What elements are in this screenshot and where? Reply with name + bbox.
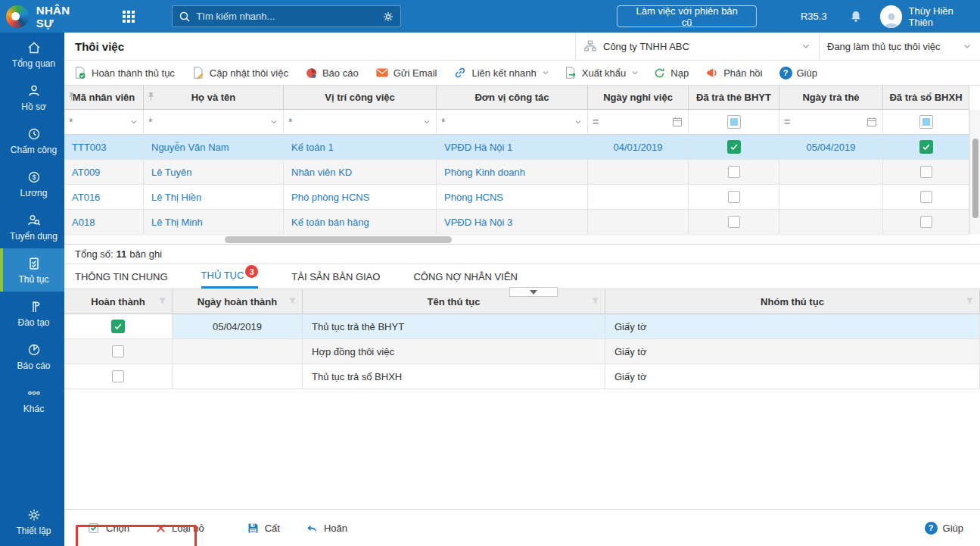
chevron-down-icon [129, 117, 138, 126]
filter-cell-bhxh[interactable] [883, 110, 969, 135]
scrollbar-thumb[interactable] [972, 139, 978, 218]
sidebar-item-luong[interactable]: $ Lương [0, 162, 64, 205]
sidebar-item-dao-tao[interactable]: Đào tạo [0, 292, 64, 335]
column-header[interactable]: Đã trả thẻ BHYT [689, 86, 779, 110]
procedure-row[interactable]: Hợp đồng thôi việc Giấy tờ [64, 339, 980, 364]
sidebar-item-tong-quan[interactable]: Tổng quan [0, 33, 64, 76]
filter-cell-bhyt[interactable] [689, 110, 779, 135]
sidebar-item-tuyen-dung[interactable]: Tuyển dụng [0, 205, 64, 248]
status-filter-dropdown[interactable]: Đang làm thủ tục thôi việc [819, 33, 980, 60]
toolbar: Hoàn thành thủ tục Cập nhật thôi việc Bá… [64, 61, 980, 86]
employee-row[interactable]: AT009 Lê Tuyên Nhân viên KD Phòng Kinh d… [64, 160, 969, 185]
export-caret-icon[interactable] [630, 68, 639, 77]
column-header[interactable]: Đơn vị công tác [437, 86, 588, 110]
remove-button[interactable]: Loại bỏ [155, 523, 204, 534]
filter-cell-code[interactable]: * [64, 110, 144, 135]
checkbox-unchecked[interactable] [920, 166, 932, 178]
column-header[interactable]: Mã nhân viên [64, 86, 144, 110]
checkbox-checked[interactable] [919, 140, 933, 154]
procedure-row[interactable]: 05/04/2019 Thủ tục trả thẻ BHYT Giấy tờ [64, 314, 980, 339]
tab-thong-tin-chung[interactable]: THÔNG TIN CHUNG [75, 264, 168, 289]
filter-funnel-icon[interactable] [157, 296, 167, 306]
sidebar-item-label: Báo cáo [17, 360, 50, 371]
indeterminate-checkbox[interactable] [919, 115, 933, 129]
filter-funnel-icon[interactable] [965, 296, 975, 306]
employee-row[interactable]: TTT003 Nguyễn Văn Nam Kế toán 1 VPĐD Hà … [64, 135, 969, 160]
filter-cell-unit[interactable]: * [437, 110, 588, 135]
checkbox-unchecked[interactable] [112, 370, 124, 382]
quick-link-button[interactable]: Liên kết nhanh [453, 66, 536, 80]
select-button[interactable]: Chọn [87, 521, 129, 535]
old-version-button[interactable]: Làm việc với phiên bản cũ [617, 5, 757, 27]
filter-cell-leave-date[interactable]: = [588, 110, 689, 135]
report-button[interactable]: Báo cáo [305, 67, 359, 80]
sidebar-item-thiet-lap[interactable]: Thiết lập [0, 500, 64, 543]
horizontal-scrollbar[interactable] [64, 234, 969, 244]
search-input[interactable] [196, 11, 382, 22]
column-header[interactable]: Nhóm thủ tục [605, 289, 980, 314]
indeterminate-checkbox[interactable] [727, 115, 741, 129]
procedure-row[interactable]: Thủ tục trả sổ BHXH Giấy tờ [64, 364, 980, 389]
sidebar-item-khac[interactable]: Khác [0, 378, 64, 421]
sidebar-item-ho-so[interactable]: Hồ sơ [0, 76, 64, 119]
dollar-icon: $ [26, 170, 42, 185]
undo-button[interactable]: Hoãn [306, 522, 347, 535]
filter-cell-return-date[interactable]: = [779, 110, 883, 135]
complete-procedure-button[interactable]: Hoàn thành thủ tục [73, 66, 175, 80]
column-header[interactable]: Hoàn thành [64, 289, 173, 314]
app-title: NHÂN SỰ [36, 4, 91, 30]
vertical-scrollbar[interactable] [969, 110, 980, 234]
tab-tai-san-ban-giao[interactable]: TÀI SẢN BÀN GIAO [291, 264, 380, 289]
filter-cell-name[interactable]: * [144, 110, 284, 135]
user-avatar[interactable] [880, 5, 903, 28]
checkbox-unchecked[interactable] [920, 216, 932, 228]
quick-search[interactable] [172, 5, 401, 27]
help-icon: ? [925, 522, 938, 535]
column-header[interactable]: Tên thủ tục [303, 289, 605, 314]
filter-funnel-icon[interactable] [590, 296, 600, 306]
notification-bell-icon[interactable] [848, 9, 863, 24]
employee-grid: Mã nhân viên Họ và tên Vị trí công việc … [64, 86, 980, 245]
column-header[interactable]: Ngày nghỉ việc [588, 86, 689, 110]
checkbox-check-icon [87, 521, 101, 535]
tab-cong-no-nhan-vien[interactable]: CÔNG NỢ NHÂN VIÊN [413, 264, 518, 289]
scrollbar-thumb[interactable] [225, 236, 452, 243]
column-header[interactable]: Vị trí công việc [284, 86, 437, 110]
filter-cell-position[interactable]: * [284, 110, 437, 135]
checkbox-checked[interactable] [111, 320, 125, 333]
sidebar-item-cham-cong[interactable]: Chấm công [0, 119, 64, 162]
export-button[interactable]: Xuất khẩu [564, 66, 627, 80]
pin-icon [147, 92, 155, 101]
save-button[interactable]: Cất [247, 522, 280, 535]
checkbox-unchecked[interactable] [920, 191, 932, 203]
update-resignation-button[interactable]: Cập nhật thôi việc [191, 66, 288, 80]
reload-button[interactable]: Nạp [653, 67, 689, 80]
feedback-button[interactable]: Phản hồi [705, 66, 762, 80]
column-header[interactable]: Họ và tên [144, 86, 284, 110]
checkbox-unchecked[interactable] [728, 216, 740, 228]
quick-link-caret-icon[interactable] [541, 68, 550, 77]
column-header[interactable]: Đã trả sổ BHXH [883, 86, 969, 110]
search-settings-icon[interactable] [382, 11, 394, 23]
send-email-button[interactable]: Gửi Email [375, 66, 437, 80]
app-launcher-button[interactable] [122, 10, 135, 23]
column-header[interactable]: Ngày trả thẻ [779, 86, 883, 110]
checkbox-checked[interactable] [727, 140, 741, 154]
user-name[interactable]: Thùy Hiền Thiên [908, 5, 980, 28]
checkbox-unchecked[interactable] [728, 191, 740, 203]
footer-help-button[interactable]: ? Giúp [925, 522, 963, 535]
help-button[interactable]: ? Giúp [779, 67, 817, 80]
employee-row[interactable]: AT016 Lê Thị Hiền Phó phòng HCNS Phòng H… [64, 185, 969, 210]
sidebar-item-thu-tuc[interactable]: Thủ tục [0, 248, 64, 292]
company-selector[interactable]: Công ty TNHH ABC [575, 33, 819, 60]
filter-funnel-icon[interactable] [288, 296, 297, 306]
collapse-detail-button[interactable] [509, 287, 558, 297]
checkbox-unchecked[interactable] [728, 166, 740, 178]
checkbox-unchecked[interactable] [112, 345, 124, 357]
column-header[interactable]: Ngày hoàn thành [173, 289, 303, 314]
sidebar-item-label: Tổng quan [12, 58, 55, 69]
tab-thu-tuc[interactable]: THỦ TỤC3 [201, 264, 259, 289]
sidebar-item-bao-cao[interactable]: Báo cáo [0, 335, 64, 378]
app-logo-icon[interactable] [6, 5, 29, 28]
employee-row[interactable]: A018 Lê Thị Minh Kế toán bán hàng VPĐD H… [64, 210, 969, 235]
